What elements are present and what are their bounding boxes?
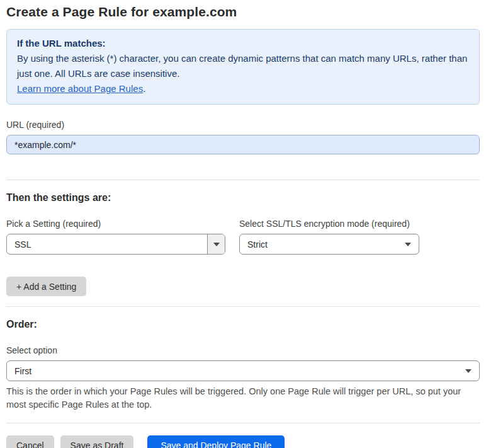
- ssl-mode-select-value: Strict: [240, 239, 405, 250]
- info-box-heading: If the URL matches:: [17, 36, 469, 51]
- ssl-mode-picker-column: Select SSL/TLS encryption mode (required…: [239, 204, 419, 255]
- settings-section-heading: Then the settings are:: [6, 192, 480, 204]
- url-field-label: URL (required): [6, 120, 480, 130]
- setting-select-arrow-button[interactable]: [207, 234, 225, 254]
- info-box-body: By using the asterisk (*) character, you…: [17, 51, 469, 81]
- learn-more-link[interactable]: Learn more about Page Rules: [17, 83, 143, 94]
- add-setting-button[interactable]: + Add a Setting: [6, 277, 86, 296]
- setting-select[interactable]: SSL: [6, 234, 225, 255]
- setting-picker-label: Pick a Setting (required): [6, 219, 225, 229]
- info-box-link-line: Learn more about Page Rules.: [17, 81, 469, 96]
- chevron-down-icon: [405, 243, 411, 246]
- chevron-down-icon: [213, 243, 220, 246]
- chevron-down-icon: [465, 369, 472, 373]
- setting-select-value: SSL: [7, 239, 207, 250]
- ssl-mode-select[interactable]: Strict: [239, 234, 419, 255]
- save-deploy-button[interactable]: Save and Deploy Page Rule: [147, 435, 285, 448]
- setting-picker-column: Pick a Setting (required) SSL: [6, 204, 225, 255]
- order-select-label: Select option: [6, 345, 480, 355]
- order-help-text: This is the order in which your Page Rul…: [6, 385, 477, 411]
- order-select[interactable]: First: [6, 360, 480, 381]
- settings-pickers-row: Pick a Setting (required) SSL Select SSL…: [6, 204, 480, 255]
- link-suffix: .: [143, 83, 145, 94]
- divider: [6, 306, 480, 307]
- ssl-mode-select-arrow: [405, 243, 419, 246]
- url-match-info-box: If the URL matches: By using the asteris…: [6, 29, 480, 105]
- divider: [6, 180, 480, 180]
- order-select-value: First: [7, 366, 465, 376]
- page-title: Create a Page Rule for example.com: [6, 4, 480, 20]
- footer-actions: Cancel Save as Draft Save and Deploy Pag…: [6, 435, 480, 448]
- order-section-heading: Order:: [6, 319, 480, 330]
- order-select-arrow: [465, 369, 479, 373]
- divider: [6, 423, 480, 423]
- ssl-mode-picker-label: Select SSL/TLS encryption mode (required…: [239, 219, 419, 229]
- url-input[interactable]: [6, 135, 480, 154]
- save-draft-button[interactable]: Save as Draft: [60, 435, 134, 448]
- cancel-button[interactable]: Cancel: [6, 435, 54, 448]
- page-rule-form: Create a Page Rule for example.com If th…: [0, 4, 486, 448]
